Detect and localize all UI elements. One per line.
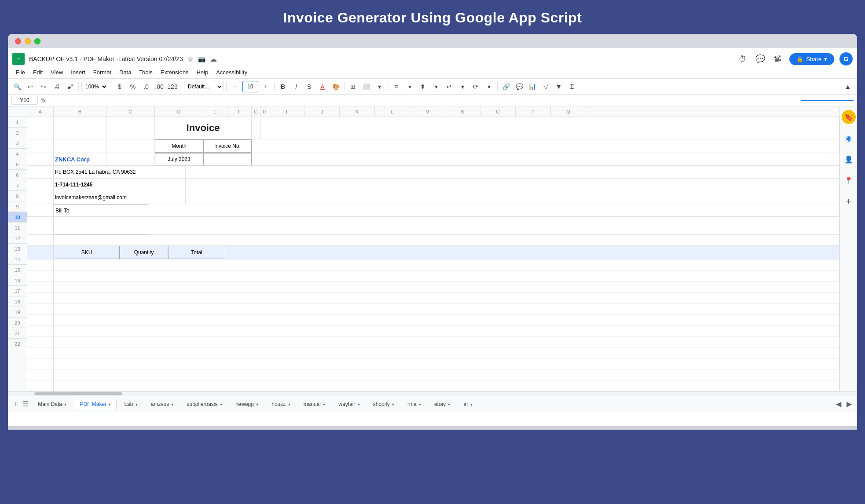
cell-a22[interactable] bbox=[27, 380, 54, 391]
filter-button[interactable]: ▽ bbox=[540, 81, 551, 92]
cell-d1-invoice-title[interactable]: Invoice bbox=[155, 117, 252, 139]
cell-g1[interactable] bbox=[252, 117, 260, 139]
cell-rest-5[interactable] bbox=[186, 179, 839, 191]
tab-amzvus[interactable]: amzvus ▾ bbox=[145, 399, 180, 409]
undo-button[interactable]: ↩ bbox=[25, 81, 36, 92]
link-button[interactable]: 🔗 bbox=[500, 81, 512, 92]
cell-a1[interactable] bbox=[27, 117, 54, 139]
cell-rest-22[interactable] bbox=[54, 380, 839, 391]
cell-rest-9[interactable] bbox=[54, 235, 839, 245]
cell-b8-billto-box[interactable] bbox=[54, 217, 148, 234]
cell-rest-8[interactable] bbox=[148, 217, 839, 234]
cell-a21[interactable] bbox=[27, 369, 54, 380]
cell-e2-invoiceno[interactable]: Invoice No. bbox=[203, 139, 252, 153]
paint-format-button[interactable]: 🖌 bbox=[64, 81, 76, 92]
cell-a10[interactable] bbox=[27, 246, 54, 259]
history-icon[interactable]: ⏱ bbox=[737, 53, 749, 65]
cell-b1[interactable] bbox=[54, 117, 106, 139]
minimize-button[interactable] bbox=[25, 38, 31, 44]
cell-rest-21[interactable] bbox=[54, 369, 839, 380]
collapse-toolbar[interactable]: ▲ bbox=[842, 81, 854, 92]
functions-button[interactable]: Σ bbox=[566, 81, 578, 92]
avatar[interactable]: G bbox=[839, 52, 853, 66]
maximize-button[interactable] bbox=[34, 38, 40, 44]
cell-rest-16[interactable] bbox=[54, 314, 839, 325]
camera-icon[interactable]: 📷 bbox=[198, 55, 205, 62]
merge-dropdown[interactable]: ▾ bbox=[374, 81, 385, 92]
cell-c10-quantity[interactable]: Quantity bbox=[120, 246, 168, 259]
cell-c2[interactable] bbox=[106, 139, 155, 153]
cell-rest-17[interactable] bbox=[54, 325, 839, 336]
cell-a19[interactable] bbox=[27, 347, 54, 358]
menu-tools[interactable]: Tools bbox=[136, 67, 156, 77]
tab-pdf-maker[interactable]: PDF Maker ▾ bbox=[74, 399, 117, 409]
borders-button[interactable]: ⊞ bbox=[347, 81, 359, 92]
next-sheets-button[interactable]: ▶ bbox=[845, 398, 854, 410]
menu-help[interactable]: Help bbox=[193, 67, 212, 77]
text-rotate-button[interactable]: ⟳ bbox=[470, 81, 481, 92]
menu-data[interactable]: Data bbox=[116, 67, 135, 77]
font-select[interactable]: Default... bbox=[184, 81, 224, 92]
cell-a20[interactable] bbox=[27, 358, 54, 369]
format-as-number-button[interactable]: 123 bbox=[167, 81, 178, 92]
comment-icon[interactable]: 💬 bbox=[754, 53, 766, 65]
sheets-menu-button[interactable]: ☰ bbox=[21, 398, 30, 410]
decrease-font-size-button[interactable]: − bbox=[229, 81, 241, 92]
cell-a8[interactable] bbox=[27, 217, 54, 234]
cell-rest-12[interactable] bbox=[54, 270, 839, 281]
cell-e3-invoiceval[interactable] bbox=[203, 153, 252, 165]
cell-rest-18[interactable] bbox=[54, 336, 839, 347]
tab-ar[interactable]: ar ▾ bbox=[458, 399, 478, 409]
chart-button[interactable]: 📊 bbox=[527, 81, 538, 92]
share-button[interactable]: 🔒 Share ▾ bbox=[789, 53, 834, 65]
increase-font-size-button[interactable]: + bbox=[260, 81, 271, 92]
decrease-decimal-button[interactable]: .0 bbox=[140, 81, 152, 92]
cell-rest-19[interactable] bbox=[54, 347, 839, 358]
tab-shopify[interactable]: shopify ▾ bbox=[367, 399, 400, 409]
comment-add-button[interactable]: 💬 bbox=[513, 81, 525, 92]
menu-file[interactable]: File bbox=[12, 67, 29, 77]
tab-rma[interactable]: rma ▾ bbox=[402, 399, 427, 409]
cell-a11[interactable] bbox=[27, 259, 54, 270]
close-button[interactable] bbox=[15, 38, 21, 44]
plus-add-icon[interactable]: + bbox=[842, 194, 856, 208]
formula-input[interactable] bbox=[49, 97, 797, 104]
cell-rest-7[interactable] bbox=[148, 204, 839, 216]
tab-manual[interactable]: manual ▾ bbox=[298, 399, 331, 409]
horizontal-scrollbar[interactable] bbox=[8, 391, 857, 396]
tab-newegg[interactable]: newegg ▾ bbox=[230, 399, 264, 409]
cell-c1[interactable] bbox=[106, 117, 155, 139]
cloud-icon[interactable]: ☁ bbox=[210, 55, 217, 63]
filter-view-button[interactable]: ▼ bbox=[553, 81, 564, 92]
cell-a2[interactable] bbox=[27, 139, 54, 153]
text-wrap-dropdown[interactable]: ▾ bbox=[457, 81, 468, 92]
cell-d2-month[interactable]: Month bbox=[155, 139, 203, 153]
cell-rest-13[interactable] bbox=[54, 281, 839, 292]
cell-a16[interactable] bbox=[27, 314, 54, 325]
cell-a15[interactable] bbox=[27, 303, 54, 314]
italic-button[interactable]: I bbox=[290, 81, 302, 92]
text-wrap-button[interactable]: ↵ bbox=[443, 81, 455, 92]
menu-insert[interactable]: Insert bbox=[67, 67, 89, 77]
cell-rest-4[interactable] bbox=[186, 166, 839, 178]
cell-b4-address[interactable]: Po BOX 2541 La habra, CA 90632 bbox=[54, 166, 186, 178]
valign-button[interactable]: ⬍ bbox=[417, 81, 429, 92]
bookmark-icon[interactable]: 🔖 bbox=[842, 110, 856, 124]
cell-rest-14[interactable] bbox=[54, 292, 839, 303]
print-button[interactable]: 🖨 bbox=[51, 81, 62, 92]
tab-main-data[interactable]: Main Data ▾ bbox=[32, 399, 72, 409]
menu-edit[interactable]: Edit bbox=[29, 67, 46, 77]
bold-button[interactable]: B bbox=[277, 81, 289, 92]
tab-houzz[interactable]: houzz ▾ bbox=[266, 399, 296, 409]
menu-extensions[interactable]: Extensions bbox=[157, 67, 192, 77]
text-rotate-dropdown[interactable]: ▾ bbox=[483, 81, 495, 92]
add-sheet-button[interactable]: + bbox=[11, 398, 19, 410]
cell-h1[interactable] bbox=[260, 117, 269, 139]
cell-rest-20[interactable] bbox=[54, 358, 839, 369]
cell-rest-6[interactable] bbox=[186, 191, 839, 204]
scrollbar-thumb[interactable] bbox=[34, 392, 122, 395]
cell-c3[interactable] bbox=[106, 153, 155, 165]
tab-ebay[interactable]: ebay ▾ bbox=[429, 399, 456, 409]
chart-circle-icon[interactable]: ◉ bbox=[842, 131, 856, 145]
currency-button[interactable]: $ bbox=[114, 81, 125, 92]
